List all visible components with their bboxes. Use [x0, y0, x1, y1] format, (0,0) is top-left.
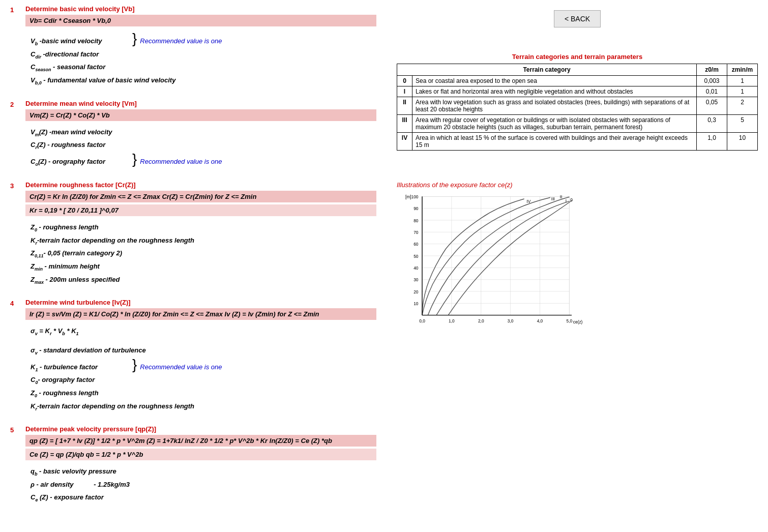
var-rho: ρ - air density - 1.25kg/m3	[31, 479, 371, 491]
chart-svg: [m]100 90 80 70 60 50 40 30 20 10 0,0 1,…	[397, 192, 590, 334]
var-vm: Vm(Z) -mean wind velocity	[31, 126, 371, 139]
svg-text:III: III	[551, 196, 555, 201]
sec2-title: Determine mean wind velocity [Vm]	[25, 100, 137, 107]
svg-text:ce(z): ce(z)	[573, 319, 583, 324]
terrain-th-zmin: zmin/m	[727, 64, 758, 76]
svg-text:20: 20	[413, 289, 419, 294]
sec4-formula: Ir (Z) = sv/Vm (Z) = K1/ Co(Z) * ln (Z/Z…	[25, 308, 376, 320]
chart-container: [m]100 90 80 70 60 50 40 30 20 10 0,0 1,…	[397, 192, 590, 334]
sec4-recommended: Recommended value is one	[140, 361, 222, 374]
terrain-row-III: III Area with regular cover of vegetatio…	[397, 115, 758, 133]
sec1-formula: Vb= Cdir * Cseason * Vb,0	[25, 15, 376, 26]
terrain-row-0: 0 Sea or coastal area exposed to the ope…	[397, 76, 758, 86]
svg-text:10: 10	[413, 301, 419, 306]
section-2: 2 Determine mean wind velocity [Vm] Vm(Z…	[10, 100, 376, 172]
svg-text:70: 70	[413, 230, 419, 235]
section-3: 3 Determine roughness factor [Cr(Z)] Cr(…	[10, 181, 376, 289]
sec2-num: 2	[10, 101, 14, 108]
svg-text:90: 90	[413, 206, 419, 211]
sec2-recommended: Recommended value is one	[140, 156, 222, 168]
sec3-title: Determine roughness factor [Cr(Z)]	[25, 181, 136, 189]
var-zmax: Zmax - 200m unless specified	[31, 274, 371, 287]
terrain-row-I: I Lakes or flat and horizontal area with…	[397, 86, 758, 97]
var-k1: K1 - turbulence factor } Recommended val…	[31, 358, 371, 374]
svg-text:[m]100: [m]100	[405, 194, 419, 199]
sec5-formula: qp (Z) = [ 1+7 * Iv (Z)] * 1/2 * p * V^2…	[25, 435, 376, 447]
sec3-formula: Cr(Z) = Kr ln (Z/Z0) for Zmin <= Z <= Zm…	[25, 191, 376, 202]
var-qb: qb - basic velovity pressure	[31, 465, 371, 479]
sec1-num: 1	[10, 6, 14, 14]
sec1-title: Determine basic wind velocity [Vb]	[25, 5, 135, 13]
var-cseason: Cseason - seasonal factor	[31, 61, 371, 74]
chart-section: Illustrations of the exposure factor ce(…	[397, 181, 758, 334]
var-z04: Z0 - roughness length	[31, 387, 371, 400]
svg-text:3,0: 3,0	[508, 318, 514, 323]
section-1: 1 Determine basic wind velocity [Vb] Vb=…	[10, 5, 376, 91]
terrain-row-IV: IV Area in which at least 15 % of the su…	[397, 133, 758, 151]
sec3-num: 3	[10, 182, 14, 190]
var-zmin: Zmin - minimum height	[31, 260, 371, 274]
svg-text:50: 50	[413, 254, 419, 259]
var-z011: Z0,11- 0,05 (terrain category 2)	[31, 247, 371, 260]
var-sigma-desc: σv - standard deviation of turbulence	[31, 344, 371, 358]
sec5-title: Determine peak velocity prerssure [qp(Z)…	[25, 425, 156, 433]
terrain-th-cat: Terrain category	[397, 64, 697, 76]
var-ce: Ce (Z) - exposure factor	[31, 491, 371, 505]
svg-text:60: 60	[413, 242, 419, 247]
section-5: 5 Determine peak velocity prerssure [qp(…	[10, 425, 376, 507]
sec4-title: Determine wind turbulence [Iv(Z)]	[25, 299, 131, 306]
svg-text:0: 0	[570, 197, 573, 202]
sec1-recommended: Recommended value is one	[140, 35, 222, 48]
terrain-section: Terrain categories and terrain parameter…	[397, 53, 758, 151]
right-panel: < BACK Terrain categories and terrain pa…	[387, 0, 768, 521]
var-vb: Vb -basic wind velocity } Recommended va…	[31, 32, 371, 48]
svg-text:1,0: 1,0	[449, 318, 455, 323]
svg-text:0,0: 0,0	[419, 318, 425, 323]
svg-text:40: 40	[413, 265, 419, 271]
var-kr: Kr-terrain factor depending on the rough…	[31, 234, 371, 248]
terrain-row-II: II Area with low vegetation such as gras…	[397, 97, 758, 115]
svg-text:II: II	[560, 194, 563, 199]
svg-text:I: I	[566, 198, 567, 203]
terrain-th-z0: z0/m	[697, 64, 727, 76]
var-cdir: Cdir -directional factor	[31, 48, 371, 62]
svg-text:30: 30	[413, 277, 419, 282]
sec5-num: 5	[10, 426, 14, 434]
var-cr: Cr(Z) - roughness factor	[31, 139, 371, 152]
svg-text:2,0: 2,0	[478, 318, 484, 323]
sec3-formula2: Kr = 0,19 * [ Z0 / Z0,11 ]^0,07	[25, 204, 376, 216]
var-vb0: Vb,0 - fundamental value of basic wind v…	[31, 74, 371, 87]
svg-text:80: 80	[413, 218, 419, 223]
svg-text:5,0: 5,0	[567, 318, 573, 323]
terrain-title: Terrain categories and terrain parameter…	[397, 53, 758, 61]
back-button[interactable]: < BACK	[554, 10, 601, 27]
var-co4: C0- orography factor	[31, 374, 371, 387]
sec2-formula: Vm(Z) = Cr(Z) * Co(Z) * Vb	[25, 109, 376, 121]
var-kr4: Kr-terrain factor depending on the rough…	[31, 400, 371, 413]
terrain-table: Terrain category z0/m zmin/m 0 Sea or co…	[397, 64, 758, 151]
var-z0: Z0 - roughness length	[31, 221, 371, 234]
left-panel: 1 Determine basic wind velocity [Vb] Vb=…	[0, 0, 387, 521]
sec5-formula2: Ce (Z) = qp (Z)/qb qb = 1/2 * p * V^2b	[25, 449, 376, 460]
var-co: Co(Z) - orography factor } Recommended v…	[31, 152, 371, 169]
svg-text:4,0: 4,0	[537, 318, 543, 323]
section-4: 4 Determine wind turbulence [Iv(Z)] Ir (…	[10, 299, 376, 416]
var-sigma: σv = Kr * Vb * K1	[31, 325, 371, 338]
sec4-num: 4	[10, 300, 14, 307]
chart-title: Illustrations of the exposure factor ce(…	[397, 181, 758, 189]
